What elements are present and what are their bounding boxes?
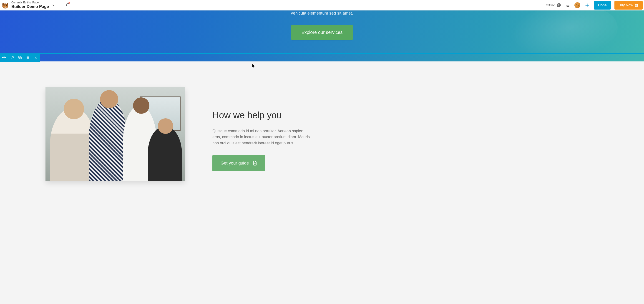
content-body[interactable]: Quisque commodo id mi non porttitor. Aen…: [212, 128, 312, 146]
hero-subtext: vehicula elementum sed sit amet.: [291, 11, 353, 16]
row-selection-border: [0, 53, 644, 54]
pdf-file-icon: [253, 161, 257, 166]
svg-point-6: [2, 3, 4, 5]
buy-now-label: Buy Now: [618, 3, 633, 7]
add-content-button[interactable]: [584, 2, 590, 9]
edited-status: Edited ?: [546, 3, 561, 7]
move-icon: [2, 56, 6, 60]
page-title: Builder Demo Page: [11, 4, 49, 9]
done-button[interactable]: Done: [594, 1, 611, 10]
row-actions-toolbar: [0, 53, 40, 62]
hero-row[interactable]: vehicula elementum sed sit amet. Explore…: [0, 11, 644, 62]
beaver-logo-icon: [1, 1, 9, 9]
outline-panel-button[interactable]: [564, 2, 571, 9]
svg-rect-20: [19, 56, 21, 58]
row-more-button[interactable]: [24, 53, 32, 62]
hamburger-icon: [26, 56, 30, 60]
outline-icon: [565, 3, 570, 8]
row-remove-button[interactable]: [32, 53, 40, 62]
get-guide-label: Get your guide: [220, 161, 249, 166]
row-move-handle[interactable]: [0, 53, 8, 62]
close-icon: [34, 56, 38, 59]
content-heading[interactable]: How we help you: [212, 110, 312, 120]
content-text-column: How we help you Quisque commodo id mi no…: [212, 87, 312, 171]
row-duplicate-button[interactable]: [16, 53, 24, 62]
page-dropdown-toggle[interactable]: [49, 4, 58, 7]
external-link-icon: [635, 4, 638, 7]
duplicate-icon: [18, 56, 22, 60]
assistant-icon[interactable]: [574, 2, 580, 8]
edited-label: Edited: [546, 3, 555, 7]
notifications-button[interactable]: [62, 0, 73, 10]
get-guide-button[interactable]: Get your guide: [212, 155, 266, 171]
buy-now-button[interactable]: Buy Now: [614, 1, 643, 10]
builder-canvas: vehicula elementum sed sit amet. Explore…: [0, 0, 644, 199]
svg-point-2: [4, 5, 4, 6]
page-title-group[interactable]: Currently Editing Page Builder Demo Page: [0, 0, 62, 10]
plus-icon: [585, 3, 590, 8]
svg-point-7: [6, 3, 8, 5]
builder-topbar: Currently Editing Page Builder Demo Page…: [0, 0, 644, 11]
wrench-icon: [10, 56, 14, 60]
help-icon[interactable]: ?: [557, 3, 561, 7]
svg-rect-19: [19, 57, 22, 59]
content-row[interactable]: How we help you Quisque commodo id mi no…: [0, 62, 644, 199]
notification-dot-icon: [68, 2, 70, 4]
editing-eyebrow: Currently Editing Page: [11, 1, 49, 4]
svg-point-3: [6, 5, 7, 6]
team-image[interactable]: [46, 87, 185, 181]
chevron-down-icon: [52, 4, 55, 7]
svg-rect-5: [5, 7, 6, 8]
row-settings-button[interactable]: [8, 53, 16, 62]
hero-background: [0, 11, 644, 62]
